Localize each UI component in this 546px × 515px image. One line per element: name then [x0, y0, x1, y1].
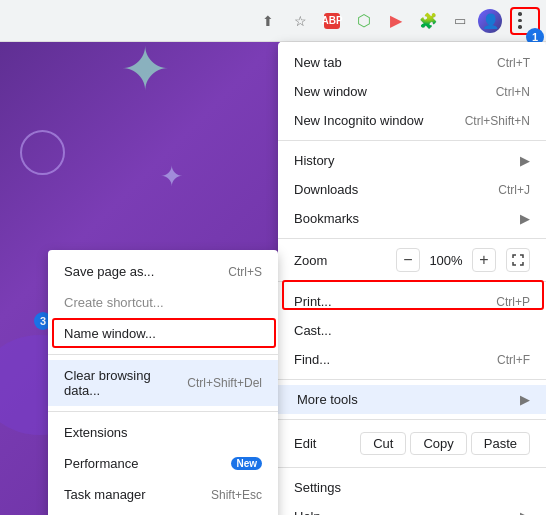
incognito-label: New Incognito window [294, 113, 449, 128]
history-label: History [294, 153, 512, 168]
save-page-shortcut: Ctrl+S [228, 265, 262, 279]
menu-item-cast[interactable]: Cast... [278, 316, 546, 345]
help-label: Help [294, 509, 512, 515]
zoom-controls: − 100% + [396, 248, 530, 272]
zoom-fullscreen-btn[interactable] [506, 248, 530, 272]
create-shortcut-label: Create shortcut... [64, 295, 262, 310]
zoom-value: 100% [426, 253, 466, 268]
settings-label: Settings [294, 480, 530, 495]
cast-icon[interactable]: ▭ [446, 7, 474, 35]
abp-extension-icon[interactable]: ABP [318, 7, 346, 35]
avatar-icon[interactable]: 👤 [478, 9, 502, 33]
sub-divider-1 [48, 354, 278, 355]
menu-item-incognito[interactable]: New Incognito window Ctrl+Shift+N [278, 106, 546, 135]
copy-button[interactable]: Copy [410, 432, 466, 455]
new-badge: New [231, 457, 262, 470]
sub-menu-item-create-shortcut[interactable]: Create shortcut... [48, 287, 278, 318]
bookmarks-arrow: ▶ [520, 211, 530, 226]
zoom-label: Zoom [294, 253, 396, 268]
zoom-row: Zoom − 100% + [278, 244, 546, 276]
menu-item-history[interactable]: History ▶ [278, 146, 546, 175]
menu-item-bookmarks[interactable]: Bookmarks ▶ [278, 204, 546, 233]
toolbar-icons: ⬆ ☆ ABP ⬡ ▶ 🧩 ▭ 👤 [254, 7, 534, 35]
menu-item-downloads[interactable]: Downloads Ctrl+J [278, 175, 546, 204]
share-icon[interactable]: ⬆ [254, 7, 282, 35]
paste-button[interactable]: Paste [471, 432, 530, 455]
clear-browsing-label: Clear browsing data... [64, 368, 187, 398]
print-label: Print... [294, 294, 480, 309]
print-shortcut: Ctrl+P [496, 295, 530, 309]
more-tools-label: More tools [297, 392, 512, 407]
bookmarks-label: Bookmarks [294, 211, 512, 226]
sub-menu-item-performance[interactable]: Performance New [48, 448, 278, 479]
new-window-shortcut: Ctrl+N [496, 85, 530, 99]
cast-label: Cast... [294, 323, 530, 338]
name-window-label: Name window... [64, 326, 262, 341]
performance-label: Performance [64, 456, 225, 471]
zoom-plus-btn[interactable]: + [472, 248, 496, 272]
divider-2 [278, 238, 546, 239]
menu-item-more-tools[interactable]: More tools ▶ [278, 385, 546, 414]
find-label: Find... [294, 352, 481, 367]
save-page-label: Save page as... [64, 264, 228, 279]
browser-toolbar: ⬆ ☆ ABP ⬡ ▶ 🧩 ▭ 👤 [0, 0, 546, 42]
help-arrow: ▶ [520, 509, 530, 515]
menu-item-find[interactable]: Find... Ctrl+F [278, 345, 546, 374]
sub-menu-item-clear-browsing[interactable]: Clear browsing data... Ctrl+Shift+Del [48, 360, 278, 406]
bookmark-icon[interactable]: ☆ [286, 7, 314, 35]
sub-menu-item-extensions[interactable]: Extensions [48, 417, 278, 448]
menu-item-print[interactable]: Print... Ctrl+P [278, 287, 546, 316]
ext2-icon[interactable]: ⬡ [350, 7, 378, 35]
puzzle-icon[interactable]: 🧩 [414, 7, 442, 35]
ext3-icon[interactable]: ▶ [382, 7, 410, 35]
find-shortcut: Ctrl+F [497, 353, 530, 367]
divider-5 [278, 419, 546, 420]
downloads-label: Downloads [294, 182, 482, 197]
divider-4 [278, 379, 546, 380]
sub-divider-2 [48, 411, 278, 412]
star-decoration-2: ✦ [160, 160, 183, 193]
sub-menu-item-name-window[interactable]: Name window... [48, 318, 278, 349]
main-dropdown-menu: New tab Ctrl+T New window Ctrl+N New Inc… [278, 42, 546, 515]
extensions-label: Extensions [64, 425, 262, 440]
abp-icon: ABP [324, 13, 340, 29]
new-tab-label: New tab [294, 55, 481, 70]
task-manager-shortcut: Shift+Esc [211, 488, 262, 502]
more-tools-arrow: ▶ [520, 392, 530, 407]
menu-item-help[interactable]: Help ▶ [278, 502, 546, 515]
incognito-shortcut: Ctrl+Shift+N [465, 114, 530, 128]
new-tab-shortcut: Ctrl+T [497, 56, 530, 70]
menu-item-new-window[interactable]: New window Ctrl+N [278, 77, 546, 106]
sub-menu-more-tools: Save page as... Ctrl+S Create shortcut..… [48, 250, 278, 515]
clear-browsing-shortcut: Ctrl+Shift+Del [187, 376, 262, 390]
task-manager-label: Task manager [64, 487, 211, 502]
divider-3 [278, 281, 546, 282]
new-window-label: New window [294, 84, 480, 99]
sub-menu-item-save-page[interactable]: Save page as... Ctrl+S [48, 256, 278, 287]
star-decoration-1: ✦ [120, 40, 190, 110]
menu-item-new-tab[interactable]: New tab Ctrl+T [278, 48, 546, 77]
edit-row: Edit Cut Copy Paste [278, 425, 546, 462]
circle-decoration [20, 130, 65, 175]
divider-6 [278, 467, 546, 468]
history-arrow: ▶ [520, 153, 530, 168]
edit-label: Edit [294, 436, 356, 451]
cut-button[interactable]: Cut [360, 432, 406, 455]
downloads-shortcut: Ctrl+J [498, 183, 530, 197]
zoom-minus-btn[interactable]: − [396, 248, 420, 272]
divider-1 [278, 140, 546, 141]
menu-item-settings[interactable]: Settings [278, 473, 546, 502]
sub-menu-item-task-manager[interactable]: Task manager Shift+Esc [48, 479, 278, 510]
three-dots-icon [518, 12, 522, 29]
